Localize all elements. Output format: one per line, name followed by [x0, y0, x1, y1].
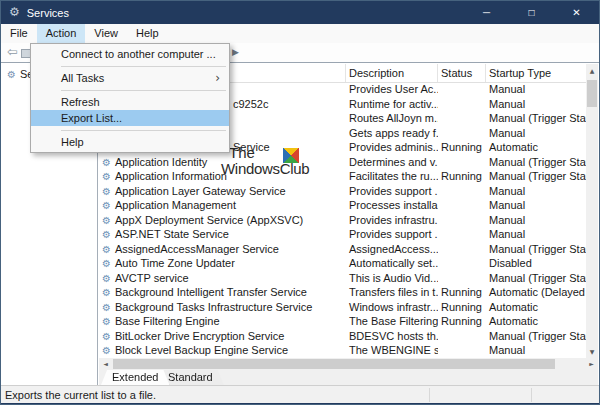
services-gear-icon: ⚙ — [9, 1, 20, 24]
service-name-cell: ⚙Background Intelligent Transfer Service — [99, 285, 346, 300]
service-status — [438, 126, 486, 141]
service-row[interactable]: ⚙Background Intelligent Transfer Service… — [99, 285, 586, 300]
service-status — [438, 82, 486, 97]
service-row[interactable]: ⚙Application IdentityDetermines and v...… — [99, 155, 586, 170]
service-startup-type: Manual — [486, 184, 586, 199]
service-gear-icon: ⚙ — [102, 157, 111, 168]
close-button[interactable]: ✕ — [554, 1, 599, 24]
column-header-description[interactable]: Description — [346, 64, 438, 82]
vertical-scroll-thumb[interactable] — [587, 80, 597, 107]
service-name-cell: ⚙BitLocker Drive Encryption Service — [99, 329, 346, 344]
service-startup-type: Automatic — [486, 140, 586, 155]
service-status: Running — [438, 285, 486, 300]
minimize-button[interactable]: ─ — [464, 1, 509, 24]
service-status: Running — [438, 314, 486, 329]
service-status — [438, 198, 486, 213]
service-startup-type: Automatic — [486, 300, 586, 315]
column-header-startup-type[interactable]: Startup Type — [486, 64, 586, 82]
service-status — [438, 213, 486, 228]
menu-item-all-tasks[interactable]: All Tasks› — [31, 70, 229, 86]
service-description: The Base Filtering... — [346, 314, 438, 329]
service-name-cell: ⚙Block Level Backup Engine Service — [99, 343, 346, 358]
service-description: Provides infrastru... — [346, 213, 438, 228]
service-gear-icon: ⚙ — [102, 302, 111, 313]
service-description: Provides support ... — [346, 184, 438, 199]
service-startup-type: Automatic — [486, 314, 586, 329]
horizontal-scrollbar[interactable]: ◄ ► — [99, 358, 598, 370]
service-status — [438, 343, 486, 358]
column-header-status[interactable]: Status — [438, 64, 486, 82]
service-status — [438, 111, 486, 126]
menu-item-connect-to-another-computer[interactable]: Connect to another computer ... — [31, 46, 229, 62]
service-row[interactable]: ⚙AVCTP serviceThis is Audio Vid...Manual… — [99, 271, 586, 286]
service-row[interactable]: ⚙BitLocker Drive Encryption ServiceBDESV… — [99, 329, 586, 344]
service-name-cell: ⚙Application Information — [99, 169, 346, 184]
service-row[interactable]: ⚙ASP.NET State ServiceProvides support .… — [99, 227, 586, 242]
service-row[interactable]: ⚙Auto Time Zone UpdaterAutomatically set… — [99, 256, 586, 271]
scroll-right-icon[interactable]: ► — [585, 358, 598, 370]
service-row[interactable]: ⚙Base Filtering EngineThe Base Filtering… — [99, 314, 586, 329]
service-startup-type: Manual — [486, 198, 586, 213]
service-row[interactable]: ⚙Application Layer Gateway ServiceProvid… — [99, 184, 586, 199]
service-startup-type: Manual (Trigger Start) — [486, 329, 586, 344]
service-startup-type: Manual (Trigger Start) — [486, 155, 586, 170]
forward-arrow-icon[interactable]: ▶ — [232, 47, 239, 57]
service-name-cell: ⚙Auto Time Zone Updater — [99, 256, 346, 271]
menu-separator — [31, 126, 229, 134]
menubar-item-file[interactable]: File — [1, 24, 37, 43]
menubar-item-action[interactable]: Action — [37, 24, 86, 43]
service-name: ASP.NET State Service — [115, 228, 229, 240]
service-row[interactable]: ⚙Block Level Backup Engine ServiceThe WB… — [99, 343, 586, 358]
service-description: Automatically set... — [346, 256, 438, 271]
service-startup-type: Manual (Trigger Start) — [486, 242, 586, 257]
service-description: Provides User Ac... — [346, 82, 438, 97]
service-row[interactable]: ⚙Background Tasks Infrastructure Service… — [99, 300, 586, 315]
statusbar-separator — [429, 388, 430, 402]
menu-item-export-list[interactable]: Export List... — [31, 110, 229, 126]
services-window: ⚙ Services ─□✕ FileActionViewHelp ⇦ ▶ ⚙S… — [0, 0, 600, 405]
service-gear-icon: ⚙ — [102, 258, 111, 269]
titlebar: ⚙ Services ─□✕ — [1, 1, 599, 24]
service-row[interactable]: ⚙Application ManagementProcesses install… — [99, 198, 586, 213]
tab-extended[interactable]: Extended — [101, 370, 169, 385]
service-startup-type: Manual — [486, 343, 586, 358]
service-gear-icon: ⚙ — [102, 273, 111, 284]
service-name-cell: ⚙Application Identity — [99, 155, 346, 170]
service-status — [438, 227, 486, 242]
scroll-up-icon[interactable]: ▲ — [586, 64, 598, 77]
maximize-button[interactable]: □ — [509, 1, 554, 24]
service-name-cell: ⚙Background Tasks Infrastructure Service — [99, 300, 346, 315]
service-description: Facilitates the ru... — [346, 169, 438, 184]
service-row[interactable]: ⚙AssignedAccessManager ServiceAssignedAc… — [99, 242, 586, 257]
service-gear-icon: ⚙ — [102, 186, 111, 197]
menu-separator — [31, 62, 229, 70]
service-startup-type: Disabled — [486, 256, 586, 271]
vertical-scrollbar[interactable]: ▲ ▼ — [586, 64, 598, 358]
service-description: Routes AllJoyn m... — [346, 111, 438, 126]
menu-item-help[interactable]: Help — [31, 134, 229, 150]
service-status — [438, 329, 486, 344]
service-name: Application Layer Gateway Service — [115, 185, 286, 197]
menubar-item-view[interactable]: View — [85, 24, 127, 43]
service-row[interactable]: ⚙Application InformationFacilitates the … — [99, 169, 586, 184]
service-row[interactable]: ⚙AppX Deployment Service (AppXSVC)Provid… — [99, 213, 586, 228]
service-name-cell: ⚙AVCTP service — [99, 271, 346, 286]
back-arrow-icon[interactable]: ⇦ — [7, 44, 18, 59]
service-startup-type: Manual — [486, 213, 586, 228]
action-menu-dropdown: Connect to another computer ...All Tasks… — [30, 43, 230, 153]
scroll-down-icon[interactable]: ▼ — [586, 345, 598, 358]
window-controls: ─□✕ — [464, 1, 599, 24]
menu-item-refresh[interactable]: Refresh — [31, 94, 229, 110]
service-name-cell: ⚙ASP.NET State Service — [99, 227, 346, 242]
service-description: Processes installa... — [346, 198, 438, 213]
statusbar: Exports the current list to a file. — [1, 385, 599, 404]
service-name: c9252c — [233, 98, 268, 110]
service-gear-icon: ⚙ — [102, 287, 111, 298]
horizontal-scroll-thumb[interactable] — [113, 359, 555, 369]
statusbar-separator — [531, 388, 532, 402]
service-name-cell: ⚙Base Filtering Engine — [99, 314, 346, 329]
menubar-item-help[interactable]: Help — [127, 24, 168, 43]
window-title: Services — [27, 7, 69, 19]
scroll-left-icon[interactable]: ◄ — [99, 358, 112, 370]
service-name: Application Management — [115, 199, 236, 211]
